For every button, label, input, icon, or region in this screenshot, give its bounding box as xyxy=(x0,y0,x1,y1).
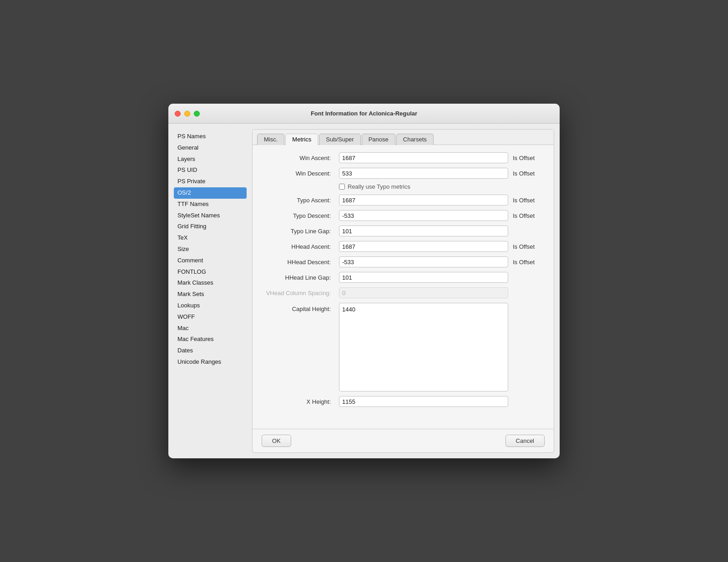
tab-bar: Misc. Metrics Sub/Super Panose Charsets xyxy=(253,130,554,145)
vhead-col-spacing-input[interactable] xyxy=(339,287,508,298)
hhead-line-gap-label: HHead Line Gap: xyxy=(262,274,334,281)
typo-line-gap-input[interactable] xyxy=(339,226,508,236)
tab-panose[interactable]: Panose xyxy=(362,134,395,145)
hhead-descent-input[interactable] xyxy=(339,256,508,267)
sidebar: PS Names General Layers PS UID PS Privat… xyxy=(174,129,247,453)
sidebar-item-ps-uid[interactable]: PS UID xyxy=(174,165,247,176)
window-title: Font Information for Aclonica-Regular xyxy=(311,110,417,117)
sidebar-item-grid-fitting[interactable]: Grid Fitting xyxy=(174,221,247,232)
typo-line-gap-row: Typo Line Gap: xyxy=(262,226,545,236)
win-descent-row: Win Descent: Is Offset xyxy=(262,168,545,179)
typo-ascent-offset: Is Offset xyxy=(513,197,545,204)
ok-button[interactable]: OK xyxy=(262,435,291,447)
sidebar-item-mark-classes[interactable]: Mark Classes xyxy=(174,277,247,289)
sidebar-item-general[interactable]: General xyxy=(174,142,247,154)
sidebar-item-lookups[interactable]: Lookups xyxy=(174,300,247,311)
hhead-ascent-offset: Is Offset xyxy=(513,243,545,250)
sidebar-item-mark-sets[interactable]: Mark Sets xyxy=(174,289,247,300)
main-panel: Misc. Metrics Sub/Super Panose Charsets … xyxy=(252,129,554,453)
vhead-col-spacing-row: VHead Column Spacing: xyxy=(262,287,545,298)
tab-metrics[interactable]: Metrics xyxy=(285,134,318,145)
sidebar-item-ps-private[interactable]: PS Private xyxy=(174,176,247,187)
typo-ascent-label: Typo Ascent: xyxy=(262,197,334,204)
tab-charsets[interactable]: Charsets xyxy=(396,134,434,145)
sidebar-item-comment[interactable]: Comment xyxy=(174,255,247,266)
hhead-ascent-label: HHead Ascent: xyxy=(262,243,334,250)
minimize-button[interactable] xyxy=(184,110,190,116)
hhead-ascent-row: HHead Ascent: Is Offset xyxy=(262,241,545,252)
window-controls xyxy=(175,110,200,116)
tab-subsuper[interactable]: Sub/Super xyxy=(319,134,360,145)
sidebar-item-size[interactable]: Size xyxy=(174,244,247,255)
x-height-input[interactable] xyxy=(339,396,508,407)
typo-descent-offset: Is Offset xyxy=(513,212,545,219)
capital-height-label: Capital Height: xyxy=(262,303,334,312)
x-height-row: X Height: xyxy=(262,396,545,407)
sidebar-item-os2[interactable]: OS/2 xyxy=(174,187,247,199)
cancel-button[interactable]: Cancel xyxy=(506,435,545,447)
sidebar-item-styleset-names[interactable]: StyleSet Names xyxy=(174,210,247,221)
close-button[interactable] xyxy=(175,110,181,116)
titlebar: Font Information for Aclonica-Regular xyxy=(168,104,560,124)
hhead-descent-offset: Is Offset xyxy=(513,259,545,266)
sidebar-item-woff[interactable]: WOFF xyxy=(174,311,247,323)
hhead-descent-label: HHead Descent: xyxy=(262,259,334,266)
hhead-descent-row: HHead Descent: Is Offset xyxy=(262,256,545,267)
typo-ascent-input[interactable] xyxy=(339,195,508,206)
win-ascent-label: Win Ascent: xyxy=(262,155,334,161)
sidebar-item-layers[interactable]: Layers xyxy=(174,154,247,165)
sidebar-item-fontlog[interactable]: FONTLOG xyxy=(174,266,247,278)
win-ascent-input[interactable] xyxy=(339,152,508,163)
footer: OK Cancel xyxy=(253,429,554,452)
sidebar-item-ps-names[interactable]: PS Names xyxy=(174,131,247,142)
win-descent-input[interactable] xyxy=(339,168,508,179)
capital-height-row: Capital Height: 1440 xyxy=(262,303,545,391)
really-use-typo-checkbox[interactable] xyxy=(339,184,345,190)
really-use-typo-row: Really use Typo metrics xyxy=(262,183,545,190)
really-use-typo-label: Really use Typo metrics xyxy=(348,183,410,190)
win-ascent-row: Win Ascent: Is Offset xyxy=(262,152,545,163)
hhead-line-gap-input[interactable] xyxy=(339,272,508,283)
x-height-label: X Height: xyxy=(262,398,334,405)
sidebar-item-unicode-ranges[interactable]: Unicode Ranges xyxy=(174,356,247,368)
typo-descent-input[interactable] xyxy=(339,210,508,221)
typo-descent-row: Typo Descent: Is Offset xyxy=(262,210,545,221)
hhead-line-gap-row: HHead Line Gap: xyxy=(262,272,545,283)
hhead-ascent-input[interactable] xyxy=(339,241,508,252)
typo-descent-label: Typo Descent: xyxy=(262,212,334,219)
sidebar-item-mac[interactable]: Mac xyxy=(174,323,247,334)
sidebar-item-ttf-names[interactable]: TTF Names xyxy=(174,199,247,210)
vhead-col-spacing-label: VHead Column Spacing: xyxy=(262,290,334,296)
tab-misc[interactable]: Misc. xyxy=(257,134,284,145)
typo-line-gap-label: Typo Line Gap: xyxy=(262,228,334,235)
win-descent-offset: Is Offset xyxy=(513,170,545,177)
main-window: Font Information for Aclonica-Regular PS… xyxy=(168,104,560,458)
content-area: Win Ascent: Is Offset Win Descent: Is Of… xyxy=(253,145,554,429)
sidebar-item-dates[interactable]: Dates xyxy=(174,345,247,356)
win-descent-label: Win Descent: xyxy=(262,170,334,177)
maximize-button[interactable] xyxy=(194,110,200,116)
window-body: PS Names General Layers PS UID PS Privat… xyxy=(168,124,560,458)
sidebar-item-mac-features[interactable]: Mac Features xyxy=(174,334,247,345)
capital-height-textarea[interactable]: 1440 xyxy=(339,303,508,391)
win-ascent-offset: Is Offset xyxy=(513,155,545,161)
typo-ascent-row: Typo Ascent: Is Offset xyxy=(262,195,545,206)
sidebar-item-tex[interactable]: TeX xyxy=(174,232,247,244)
